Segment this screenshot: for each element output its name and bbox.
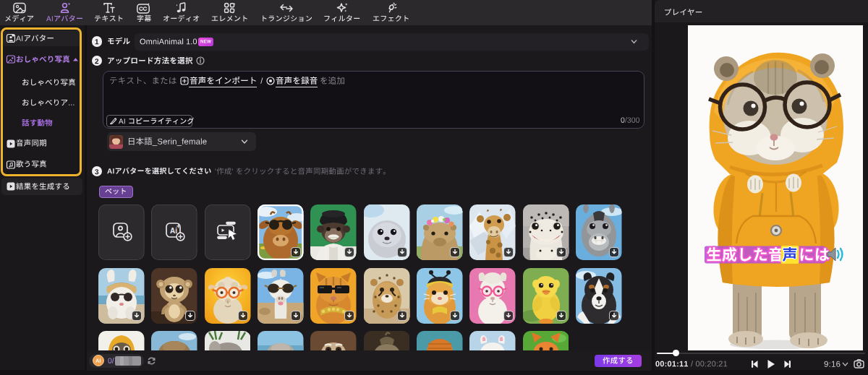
svg-text:Ai: Ai: [170, 227, 177, 235]
